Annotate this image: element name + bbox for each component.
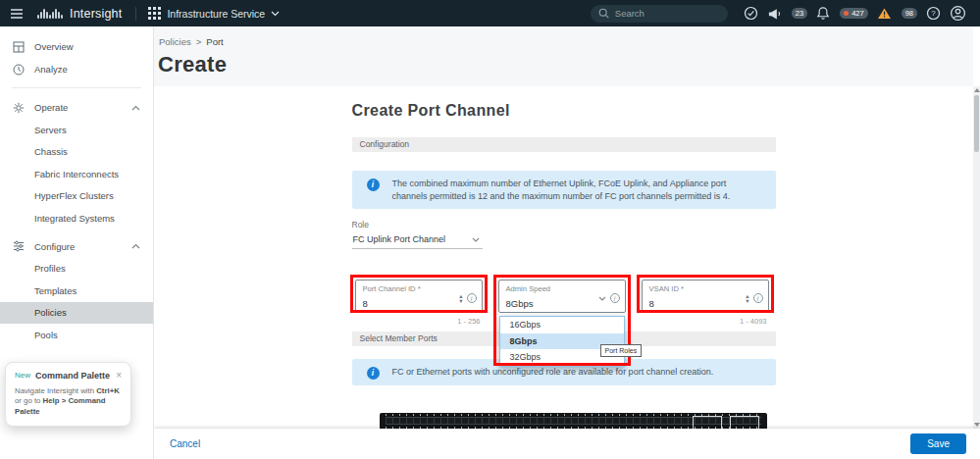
brand-title: Intersight bbox=[70, 7, 122, 21]
admin-speed-field[interactable]: Admin Speed i bbox=[498, 280, 626, 313]
admin-speed-value[interactable] bbox=[506, 298, 598, 309]
alarms-badge[interactable]: 427 bbox=[840, 8, 868, 19]
vsan-id-label: VSAN ID * bbox=[649, 284, 747, 293]
overview-icon bbox=[12, 41, 25, 53]
announcements-badge[interactable]: 23 bbox=[792, 8, 807, 19]
sidebar-item-label: Templates bbox=[34, 285, 77, 296]
search-input[interactable] bbox=[615, 8, 713, 19]
port-channel-id-field-wrap: Port Channel ID * ▴ ▾ i 1 - 256 bbox=[355, 280, 483, 313]
sidebar-item-profiles[interactable]: Profiles bbox=[0, 258, 153, 280]
role-value: FC Uplink Port Channel bbox=[353, 234, 446, 244]
critical-dot-icon bbox=[844, 11, 849, 16]
scrollbar-thumb[interactable] bbox=[974, 95, 979, 152]
role-label: Role bbox=[352, 220, 776, 230]
sidebar-item-label: Fabric Interconnects bbox=[34, 169, 119, 179]
section-configuration: Configuration bbox=[352, 137, 776, 152]
topbar-divider bbox=[135, 7, 136, 21]
field-info-icon[interactable]: i bbox=[610, 293, 620, 303]
sidebar-item-chassis[interactable]: Chassis bbox=[0, 141, 153, 164]
info-alert-text: The combined maximum number of Ethernet … bbox=[392, 178, 731, 201]
breadcrumb-policies[interactable]: Policies bbox=[159, 36, 191, 47]
port-channel-id-field[interactable]: Port Channel ID * ▴ ▾ i bbox=[355, 280, 483, 313]
port-channel-id-input[interactable] bbox=[363, 298, 460, 309]
field-info-icon[interactable]: i bbox=[753, 293, 763, 303]
sidebar-item-label: HyperFlex Clusters bbox=[34, 190, 114, 201]
new-badge: New bbox=[15, 371, 30, 380]
sidebar-group-label: Operate bbox=[34, 102, 68, 113]
alarms-count: 427 bbox=[851, 9, 864, 18]
info-alert-max-channels: i The combined maximum number of Etherne… bbox=[352, 171, 776, 209]
sidebar-divider bbox=[12, 87, 141, 88]
chevron-up-icon bbox=[131, 105, 140, 111]
sidebar-item-pools[interactable]: Pools bbox=[0, 324, 153, 346]
global-search[interactable] bbox=[591, 5, 728, 23]
command-palette-text-prefix: Navigate Intersight with bbox=[15, 386, 96, 395]
info-icon: i bbox=[367, 178, 380, 191]
sidebar-nav: Overview Analyze Operate Servers Chassis… bbox=[0, 26, 154, 459]
number-stepper[interactable]: ▴ ▾ bbox=[746, 293, 748, 303]
sidebar-item-hyperflex-clusters[interactable]: HyperFlex Clusters bbox=[0, 185, 153, 208]
warnings-badge[interactable]: 98 bbox=[902, 8, 917, 19]
announcements-count: 23 bbox=[796, 9, 803, 18]
sidebar-item-analyze[interactable]: Analyze bbox=[0, 58, 153, 80]
role-select[interactable]: FC Uplink Port Channel bbox=[352, 232, 483, 249]
option-16gbps[interactable]: 16Gbps bbox=[500, 317, 624, 333]
action-footer: Cancel Save bbox=[154, 429, 980, 459]
svg-text:?: ? bbox=[931, 9, 936, 18]
breadcrumb-separator: > bbox=[196, 36, 202, 47]
vsan-id-field[interactable]: VSAN ID * ▴ ▾ i bbox=[642, 280, 769, 313]
command-palette-text: Navigate Intersight with Ctrl+K or go to… bbox=[15, 386, 122, 418]
sidebar-item-label: Integrated Systems bbox=[34, 213, 115, 224]
page-header: Policies > Port Create bbox=[154, 26, 973, 86]
sidebar-item-integrated-systems[interactable]: Integrated Systems bbox=[0, 207, 153, 230]
info-alert-text: FC or Ethernet ports with unconfigured r… bbox=[392, 367, 714, 377]
info-icon: i bbox=[367, 367, 380, 380]
operate-gear-icon bbox=[12, 102, 25, 114]
sidebar-item-policies[interactable]: Policies bbox=[0, 302, 153, 325]
alarms-bell-icon[interactable] bbox=[816, 6, 830, 21]
breadcrumb-current: Port bbox=[206, 36, 223, 47]
vertical-scrollbar[interactable] bbox=[973, 86, 980, 429]
service-menu-label: Infrastructure Service bbox=[167, 8, 265, 20]
number-stepper[interactable]: ▴ ▾ bbox=[459, 293, 462, 303]
warnings-triangle-icon[interactable] bbox=[877, 7, 892, 20]
scroll-down-arrow-icon[interactable] bbox=[974, 423, 980, 427]
configure-sliders-icon bbox=[12, 240, 25, 252]
service-selector[interactable]: Infrastructure Service bbox=[148, 7, 280, 20]
vsan-id-input[interactable] bbox=[649, 298, 747, 309]
sidebar-item-label: Overview bbox=[34, 41, 74, 52]
stepper-down-icon[interactable]: ▾ bbox=[746, 298, 748, 303]
sidebar-item-label: Analyze bbox=[34, 64, 68, 75]
sidebar-item-templates[interactable]: Templates bbox=[0, 280, 153, 302]
announcements-icon[interactable] bbox=[767, 7, 782, 21]
stepper-down-icon[interactable]: ▾ bbox=[459, 298, 462, 303]
cancel-button[interactable]: Cancel bbox=[170, 438, 200, 449]
sidebar-item-label: Profiles bbox=[34, 263, 66, 274]
scroll-up-arrow-icon[interactable] bbox=[974, 88, 980, 92]
command-palette-text-mid: or go to bbox=[15, 396, 43, 405]
warnings-count: 98 bbox=[905, 9, 913, 18]
health-check-icon[interactable] bbox=[744, 6, 758, 21]
sidebar-item-servers[interactable]: Servers bbox=[0, 119, 153, 141]
sidebar-item-fabric-interconnects[interactable]: Fabric Interconnects bbox=[0, 163, 153, 185]
close-icon[interactable]: × bbox=[116, 372, 122, 380]
save-button[interactable]: Save bbox=[910, 434, 966, 454]
admin-speed-field-wrap: Admin Speed i 16Gbps 8Gbps bbox=[498, 280, 626, 313]
sidebar-group-configure[interactable]: Configure bbox=[0, 235, 153, 258]
wizard-title: Create Port Channel bbox=[352, 102, 776, 120]
admin-speed-label: Admin Speed bbox=[506, 284, 598, 293]
main-content: Policies > Port Create Create Port Chann… bbox=[154, 26, 980, 459]
sidebar-item-overview[interactable]: Overview bbox=[0, 35, 153, 58]
command-palette-card: New Command Palette × Navigate Intersigh… bbox=[5, 362, 131, 428]
sidebar-item-label: Chassis bbox=[34, 146, 68, 157]
top-bar: Intersight Infrastructure Service 23 427 bbox=[0, 0, 980, 26]
menu-hamburger-icon[interactable] bbox=[10, 8, 27, 20]
chevron-down-icon[interactable] bbox=[598, 296, 606, 301]
help-icon[interactable]: ? bbox=[926, 6, 941, 21]
sidebar-item-label: Pools bbox=[34, 330, 58, 340]
sidebar-group-operate[interactable]: Operate bbox=[0, 96, 153, 119]
admin-speed-dropdown: 16Gbps 8Gbps 32Gbps bbox=[499, 316, 625, 367]
user-avatar[interactable] bbox=[950, 5, 966, 22]
field-info-icon[interactable]: i bbox=[467, 293, 477, 303]
apps-grid-icon bbox=[148, 7, 161, 20]
